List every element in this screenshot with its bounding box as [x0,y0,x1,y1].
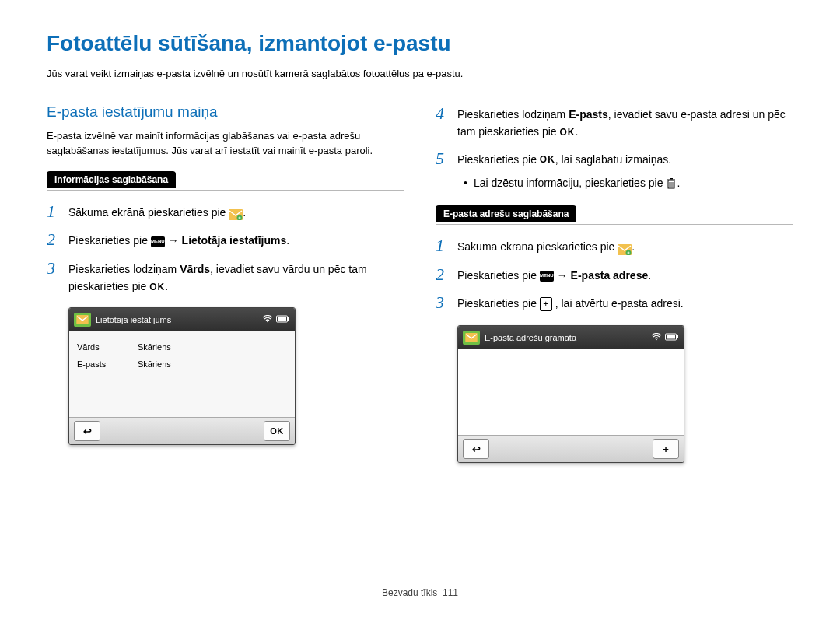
step-text: Pieskarieties pie [457,297,540,310]
step-text: Pieskarieties lodziņam [457,108,569,121]
step-bold: Vārds [180,263,210,275]
page-title: Fotoattēlu sūtīšana, izmantojot e-pastu [47,31,793,56]
section-title: E-pasta iestatījumu maiņa [47,103,404,121]
step-text: Pieskarieties pie [457,269,537,282]
email-app-icon [229,208,243,219]
left-column: E-pasta iestatījumu maiņa E-pasta izvēln… [47,103,404,464]
ok-icon: OK [149,280,165,295]
back-button[interactable]: ↩ [74,421,100,441]
divider [436,224,793,225]
page-footer: Bezvadu tīkls 111 [47,587,793,598]
step-number: 5 [436,149,450,169]
battery-icon [665,333,679,342]
mock-address-book: E-pasta adrešu grāmata ↩ + [457,325,684,463]
content-columns: E-pasta iestatījumu maiņa E-pasta izvēln… [47,103,793,464]
add-button[interactable]: + [653,439,679,459]
step-text: Sākuma ekrānā pieskarieties pie [457,240,614,253]
svg-rect-5 [278,317,286,321]
right-column: 4 Pieskarieties lodziņam E-pasts, ievadi… [436,103,793,464]
intro-text: Jūs varat veikt izmaiņas e-pasta izvēlnē… [47,67,793,82]
step-r2: 2 Pieskarieties pie MENU → E-pasta adres… [436,264,793,285]
mock-label: E-pasts [77,359,138,369]
trash-icon [666,177,677,190]
step-text: Lai dzēstu informāciju, pieskarieties pi… [474,177,666,189]
bullet-icon: • [464,177,467,190]
step-bold: E-pasta adrese [571,269,649,282]
divider [47,190,404,191]
step-body: Pieskarieties lodziņam E-pasts, ievadiet… [457,103,793,141]
tab-email-saving: E-pasta adrešu saglabāšana [436,205,576,222]
battery-icon [276,315,290,324]
mock-header: Lietotāja iestatījums [69,308,295,331]
mock-body: Vārds Skāriens E-pasts Skāriens [69,331,295,417]
footer-section: Bezvadu tīkls [382,587,437,598]
step-text: , lai atvērtu e-pasta adresi. [555,297,684,310]
ok-icon: OK [540,152,555,167]
step-r1: 1 Sākuma ekrānā pieskarieties pie . [436,236,793,256]
mock-label: Vārds [77,342,138,352]
mock-header: E-pasta adrešu grāmata [458,326,684,349]
step-4: 4 Pieskarieties lodziņam E-pasts, ievadi… [436,103,793,141]
svg-rect-15 [667,335,675,339]
status-icons [262,315,290,324]
svg-rect-8 [667,180,675,181]
section-text: E-pasta izvēlnē var mainīt informācijas … [47,128,404,159]
ok-icon: OK [560,125,576,140]
step-1: 1 Sākuma ekrānā pieskarieties pie . [47,201,404,222]
mock-row-name[interactable]: Vārds Skāriens [77,342,287,352]
step-number: 4 [436,103,450,124]
status-icons [651,333,679,342]
step-body: Pieskarieties pie MENU → E-pasta adrese. [457,264,793,284]
wifi-icon [262,315,273,324]
step-bold: Lietotāja iestatījums [182,234,287,247]
step-number: 1 [47,201,61,222]
step-number: 1 [436,236,450,256]
step-body: Sākuma ekrānā pieskarieties pie . [68,201,404,221]
mock-footer: ↩ + [458,435,684,462]
tab-info-saving: Informācijas saglabāšana [47,171,176,188]
step-text: Pieskarieties pie [457,153,540,166]
mock-title: Lietotāja iestatījums [96,315,257,324]
mock-user-settings: Lietotāja iestatījums Vārds Skāriens E-p… [68,307,296,445]
step-text: Pieskarieties lodziņam [68,263,180,275]
footer-page-number: 111 [443,587,458,598]
ok-button[interactable]: OK [264,421,290,441]
step-2: 2 Pieskarieties pie MENU → Lietotāja ies… [47,229,404,250]
sub-text: Lai dzēstu informāciju, pieskarieties pi… [474,177,680,190]
mock-value: Skāriens [138,342,287,352]
step-number: 3 [47,258,61,278]
email-app-icon [463,331,480,345]
step-body: Pieskarieties pie + , lai atvērtu e-past… [457,292,793,312]
step-body: Sākuma ekrānā pieskarieties pie . [457,236,793,255]
step-5-sub: • Lai dzēstu informāciju, pieskarieties … [464,177,793,190]
mock-row-email[interactable]: E-pasts Skāriens [77,359,287,369]
step-r3: 3 Pieskarieties pie + , lai atvērtu e-pa… [436,292,793,313]
back-button[interactable]: ↩ [463,439,489,459]
step-body: Pieskarieties pie OK, lai saglabātu izma… [457,149,793,168]
email-app-icon [618,243,632,254]
mock-value: Skāriens [138,359,287,369]
svg-rect-12 [465,333,477,342]
menu-icon: MENU [151,236,165,247]
step-number: 3 [436,292,450,313]
svg-rect-9 [670,178,673,180]
wifi-icon [651,333,662,342]
step-text: Pieskarieties pie [68,234,148,247]
step-number: 2 [47,229,61,250]
step-3: 3 Pieskarieties lodziņam Vārds, ievadiet… [47,258,404,296]
mock-title: E-pasta adrešu grāmata [485,333,646,342]
menu-icon: MENU [540,271,554,282]
step-bold: E-pasts [569,108,608,121]
svg-point-13 [656,339,657,341]
plus-icon: + [540,297,552,311]
mock-footer: ↩ OK [69,417,295,444]
svg-point-3 [267,321,268,323]
svg-rect-2 [76,315,88,324]
step-body: Pieskarieties pie MENU → Lietotāja iesta… [68,229,404,249]
step-text: , lai saglabātu izmaiņas. [555,153,671,166]
step-5: 5 Pieskarieties pie OK, lai saglabātu iz… [436,149,793,169]
step-body: Pieskarieties lodziņam Vārds, ievadiet s… [68,258,404,296]
mock-body-empty [458,349,684,435]
svg-rect-16 [677,335,678,338]
step-number: 2 [436,264,450,285]
